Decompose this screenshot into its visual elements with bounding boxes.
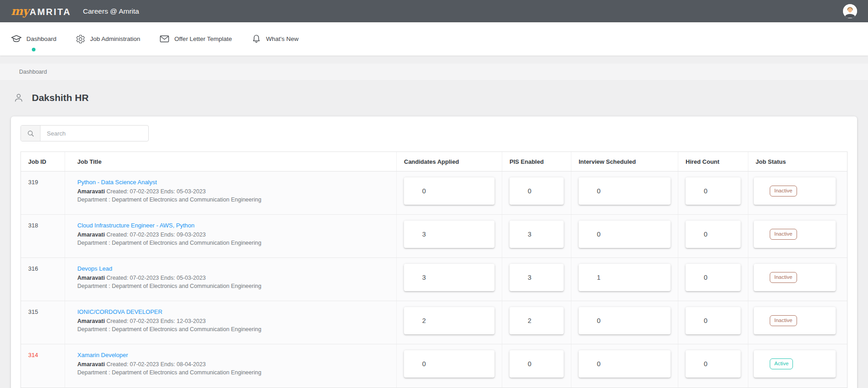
job-department: Department : Department of Electronics a… — [77, 240, 387, 246]
job-meta-line: Amaravati Created: 07-02-2023 Ends: 05-0… — [77, 188, 387, 195]
hired-count-cell: 0 — [678, 344, 748, 388]
candidates-applied-box[interactable]: 3 — [404, 221, 495, 248]
interview-scheduled-box[interactable]: 0 — [579, 307, 671, 334]
job-id: 314 — [28, 352, 38, 358]
pis-enabled-box[interactable]: 0 — [510, 350, 564, 378]
breadcrumb[interactable]: Dashboard — [19, 69, 47, 75]
pis-enabled-cell: 0 — [502, 344, 571, 388]
active-indicator-dot — [32, 48, 35, 51]
nav-item-offer-letter-template[interactable]: Offer Letter Template — [159, 22, 232, 55]
pis-enabled-box[interactable]: 3 — [510, 221, 564, 248]
pis-enabled-box[interactable]: 3 — [510, 264, 564, 291]
interview-scheduled-value: 0 — [597, 317, 601, 324]
job-title-link[interactable]: Python - Data Science Analyst — [77, 179, 157, 186]
candidates-applied-value: 0 — [422, 360, 426, 368]
top-bar: my AMRITA Careers @ Amrita — [0, 0, 868, 22]
job-status-box: Inactive — [754, 177, 836, 205]
pis-enabled-box[interactable]: 2 — [510, 307, 564, 334]
job-status-cell: Inactive — [748, 215, 847, 257]
job-location: Amaravati — [77, 232, 105, 238]
bell-icon — [251, 34, 262, 44]
interview-scheduled-value: 0 — [597, 187, 601, 195]
nav-item-job-administration[interactable]: Job Administration — [76, 22, 140, 55]
job-id: 315 — [28, 308, 38, 315]
job-meta-line: Amaravati Created: 07-02-2023 Ends: 05-0… — [77, 275, 387, 281]
candidates-applied-value: 2 — [422, 317, 426, 324]
job-title-link[interactable]: Cloud Infrastructure Engineer - AWS, Pyt… — [77, 222, 194, 229]
jobs-table: Job ID Job Title Candidates Applied PIS … — [20, 151, 848, 388]
job-location: Amaravati — [77, 275, 105, 281]
interview-scheduled-box[interactable]: 0 — [579, 177, 671, 205]
job-status-cell: Inactive — [748, 301, 847, 344]
candidates-applied-box[interactable]: 2 — [404, 307, 495, 334]
hired-count-box[interactable]: 0 — [686, 177, 741, 205]
job-id-cell: 315 — [21, 301, 65, 344]
interview-scheduled-value: 0 — [597, 360, 601, 368]
search-icon-wrap — [21, 126, 40, 141]
search-box — [20, 125, 149, 141]
dashboard-card: Job ID Job Title Candidates Applied PIS … — [11, 116, 857, 388]
hired-count-box[interactable]: 0 — [686, 221, 741, 248]
hired-count-cell: 0 — [678, 258, 748, 301]
pis-enabled-cell: 2 — [502, 301, 571, 344]
candidates-applied-box[interactable]: 0 — [404, 350, 495, 378]
job-status-cell: Active — [748, 344, 847, 388]
candidates-applied-value: 0 — [422, 187, 426, 195]
job-status-box: Active — [754, 350, 836, 378]
hired-count-box[interactable]: 0 — [686, 307, 741, 334]
table-row: 318 Cloud Infrastructure Engineer - AWS,… — [21, 215, 847, 258]
candidates-applied-box[interactable]: 3 — [404, 264, 495, 291]
search-input[interactable] — [40, 126, 148, 141]
job-status-cell: Inactive — [748, 171, 847, 214]
breadcrumb-bar: Dashboard — [0, 64, 868, 80]
job-title-cell: Python - Data Science Analyst Amaravati … — [65, 171, 397, 214]
interview-scheduled-cell: 1 — [571, 258, 678, 301]
job-status-badge: Inactive — [770, 272, 797, 283]
job-title-cell: Devops Lead Amaravati Created: 07-02-202… — [65, 258, 397, 301]
column-header-interview-scheduled: Interview Scheduled — [571, 152, 678, 171]
candidates-applied-cell: 0 — [397, 344, 502, 388]
pis-enabled-box[interactable]: 0 — [510, 177, 564, 205]
nav-label: Job Administration — [90, 35, 140, 42]
avatar-person-icon — [843, 4, 857, 18]
interview-scheduled-box[interactable]: 1 — [579, 264, 671, 291]
column-header-job-title: Job Title — [65, 152, 397, 171]
candidates-applied-cell: 3 — [397, 258, 502, 301]
nav-item-whats-new[interactable]: What's New — [251, 22, 299, 55]
column-header-job-status: Job Status — [748, 152, 847, 171]
job-schedule: Created: 07-02-2023 Ends: 05-03-2023 — [106, 275, 206, 281]
job-title-cell: IONIC/CORDOVA DEVELOPER Amaravati Create… — [65, 301, 397, 344]
candidates-applied-cell: 0 — [397, 171, 502, 214]
hired-count-cell: 0 — [678, 171, 748, 214]
hired-count-value: 0 — [704, 274, 707, 281]
interview-scheduled-box[interactable]: 0 — [579, 221, 671, 248]
interview-scheduled-value: 0 — [597, 231, 601, 238]
job-schedule: Created: 07-02-2023 Ends: 09-03-2023 — [106, 232, 206, 238]
table-body: 319 Python - Data Science Analyst Amarav… — [21, 171, 847, 388]
job-location: Amaravati — [77, 361, 105, 368]
job-meta-line: Amaravati Created: 07-02-2023 Ends: 12-0… — [77, 318, 387, 324]
pis-enabled-value: 0 — [528, 187, 531, 195]
column-header-hired-count: Hired Count — [678, 152, 748, 171]
user-avatar[interactable] — [843, 4, 857, 18]
job-id: 318 — [28, 222, 38, 229]
myamrita-logo[interactable]: my AMRITA — [11, 5, 71, 17]
job-title-link[interactable]: Devops Lead — [77, 265, 112, 272]
job-location: Amaravati — [77, 188, 105, 195]
nav-item-dashboard[interactable]: Dashboard — [11, 22, 56, 55]
table-row: 316 Devops Lead Amaravati Created: 07-02… — [21, 258, 847, 301]
candidates-applied-cell: 2 — [397, 301, 502, 344]
column-header-job-id: Job ID — [21, 152, 65, 171]
hired-count-value: 0 — [704, 360, 707, 368]
job-title-link[interactable]: Xamarin Developer — [77, 352, 128, 358]
page-title: Dakshith HR — [32, 92, 89, 103]
candidates-applied-box[interactable]: 0 — [404, 177, 495, 205]
hired-count-box[interactable]: 0 — [686, 264, 741, 291]
graduation-cap-icon — [11, 34, 22, 45]
interview-scheduled-box[interactable]: 0 — [579, 350, 671, 378]
job-title-link[interactable]: IONIC/CORDOVA DEVELOPER — [77, 308, 162, 315]
pis-enabled-value: 3 — [528, 274, 531, 281]
job-department: Department : Department of Electronics a… — [77, 369, 387, 376]
hired-count-box[interactable]: 0 — [686, 350, 741, 378]
job-status-box: Inactive — [754, 221, 836, 248]
